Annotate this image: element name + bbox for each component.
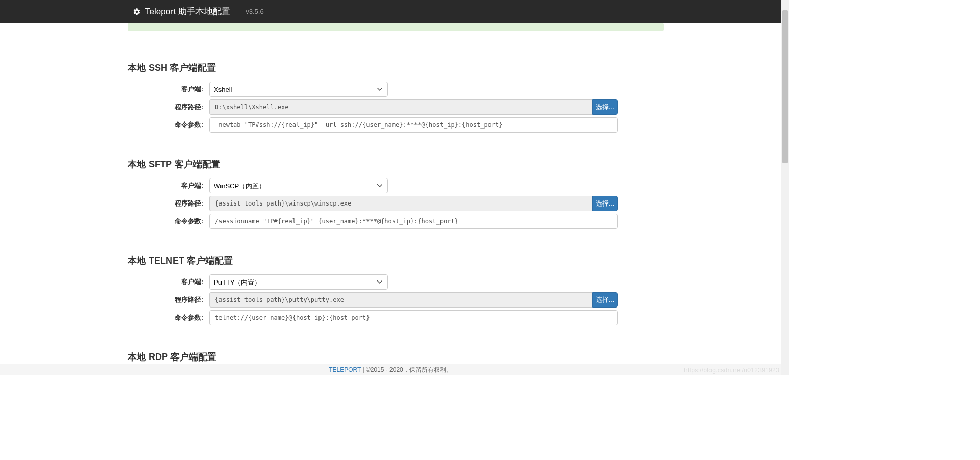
app-title: Teleport 助手本地配置: [145, 6, 230, 17]
footer: TELEPORT | ©2015 - 2020，保留所有权利。: [0, 364, 781, 375]
rdp-section-title: 本地 RDP 客户端配置: [128, 341, 664, 363]
ssh-client-select[interactable]: Xshell: [209, 82, 388, 97]
sftp-args-input[interactable]: [209, 214, 618, 229]
ssh-section-title: 本地 SSH 客户端配置: [128, 52, 664, 74]
sftp-client-select[interactable]: WinSCP（内置）: [209, 178, 388, 193]
args-label: 命令参数:: [128, 120, 209, 130]
telnet-client-select[interactable]: PuTTY（内置）: [209, 274, 388, 290]
app-version: v3.5.6: [246, 8, 263, 15]
success-alert: [128, 23, 664, 31]
footer-copyright: | ©2015 - 2020，保留所有权利。: [361, 366, 452, 373]
sftp-path-input: [209, 196, 592, 211]
path-label: 程序路径:: [128, 295, 209, 304]
sftp-browse-button[interactable]: 选择...: [592, 196, 618, 211]
path-label: 程序路径:: [128, 199, 209, 208]
telnet-section-title: 本地 TELNET 客户端配置: [128, 244, 664, 267]
telnet-path-input: [209, 292, 592, 308]
gear-icon: [133, 8, 141, 16]
ssh-browse-button[interactable]: 选择...: [592, 99, 618, 115]
client-label: 客户端:: [128, 277, 209, 287]
content-area: 本地 SSH 客户端配置 客户端: Xshell 程序路径: 选择... 命令参…: [0, 23, 781, 364]
scrollbar-thumb[interactable]: [782, 10, 788, 163]
client-label: 客户端:: [128, 181, 209, 190]
ssh-args-input[interactable]: [209, 117, 618, 133]
args-label: 命令参数:: [128, 313, 209, 322]
sftp-section-title: 本地 SFTP 客户端配置: [128, 148, 664, 170]
telnet-browse-button[interactable]: 选择...: [592, 292, 618, 308]
path-label: 程序路径:: [128, 103, 209, 112]
ssh-path-input: [209, 99, 592, 115]
footer-link[interactable]: TELEPORT: [329, 366, 361, 373]
outer-scrollbar[interactable]: [781, 0, 789, 375]
args-label: 命令参数:: [128, 217, 209, 226]
telnet-args-input[interactable]: [209, 310, 618, 325]
client-label: 客户端:: [128, 85, 209, 94]
top-bar: Teleport 助手本地配置 v3.5.6: [0, 0, 789, 23]
